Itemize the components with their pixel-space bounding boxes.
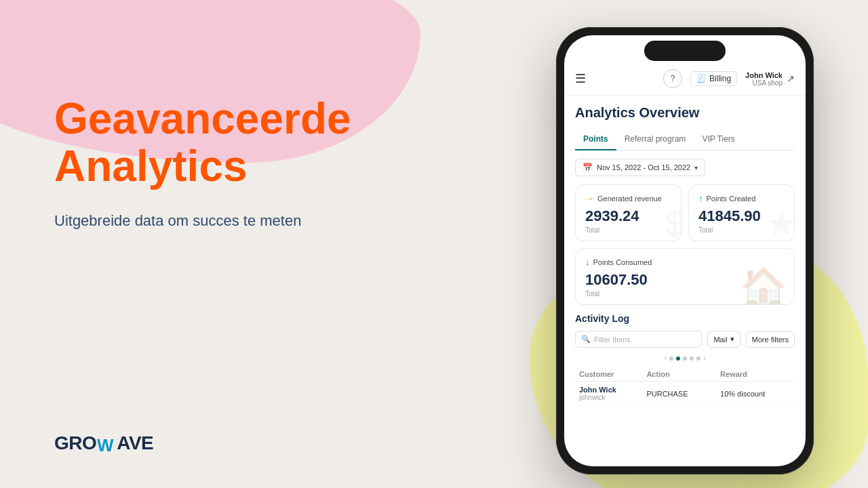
filter-mail-caret-icon: ▾: [730, 335, 734, 344]
metric-card-points-created: ↑ Points Created 41845.90 Total ★: [688, 184, 795, 241]
metric-bg-currency-icon: $: [665, 203, 682, 241]
pagination-dot-5[interactable]: [696, 357, 701, 361]
activity-log-title: Activity Log: [575, 313, 795, 324]
customer-name: John Wick: [579, 386, 638, 394]
pagination-next-icon[interactable]: ›: [703, 354, 705, 362]
metric-label-points-consumed: Points Consumed: [593, 258, 652, 266]
pagination-dot-4[interactable]: [690, 357, 694, 361]
table-header-row: Customer Action Reward: [575, 367, 795, 382]
analytics-tabs: Points Referral program VIP Tiers: [575, 129, 795, 150]
growave-logo: GRO W AVE: [54, 432, 380, 454]
left-content: Geavanceerde Analytics Uitgebreide data …: [54, 41, 380, 232]
phone-frame: ☰ ? 🧾 Billing John Wick USA shop ↗: [556, 27, 814, 474]
metric-header-revenue: → Generated revenue: [585, 193, 671, 203]
metric-total-revenue: Total: [585, 226, 671, 234]
phone-mockup: ☰ ? 🧾 Billing John Wick USA shop ↗: [556, 27, 814, 474]
metric-label-revenue: Generated revenue: [597, 195, 662, 203]
logo-suffix: AVE: [117, 432, 153, 454]
hamburger-icon[interactable]: ☰: [575, 71, 586, 86]
search-icon: 🔍: [581, 335, 591, 344]
arrow-up-icon: ↑: [698, 193, 703, 203]
date-range-picker[interactable]: 📅 Nov 15, 2022 - Oct 15, 2022 ▾: [575, 159, 705, 176]
tab-points[interactable]: Points: [575, 129, 616, 150]
logo-prefix: GRO: [54, 432, 96, 454]
pagination-dot-1[interactable]: [669, 357, 673, 361]
metric-card-points-consumed: ↓ Points Consumed 10607.50 Total 🏠: [575, 248, 795, 305]
table-cell-action: PURCHASE: [642, 382, 716, 406]
table-header-customer: Customer: [575, 367, 642, 382]
metric-value-revenue: 2939.24: [585, 207, 671, 225]
header-right: ? 🧾 Billing John Wick USA shop ↗: [663, 69, 795, 88]
analytics-title: Analytics Overview: [575, 105, 795, 121]
table-header-reward: Reward: [716, 367, 795, 382]
table-row: John Wick johnwick PURCHASE 10% discount: [575, 382, 795, 406]
main-title: Geavanceerde Analytics: [54, 95, 380, 190]
filter-mail-dropdown[interactable]: Mail ▾: [707, 331, 740, 348]
metric-bg-star-icon: ★: [766, 203, 795, 241]
phone-screen: ☰ ? 🧾 Billing John Wick USA shop ↗: [564, 35, 806, 466]
user-profile: John Wick USA shop ↗: [745, 71, 795, 87]
dropdown-caret-icon: ▾: [694, 164, 698, 171]
activity-filters: 🔍 Filter items Mail ▾ More filters: [575, 331, 795, 348]
metric-cards-row: → Generated revenue 2939.24 Total $ ↑ Po…: [575, 184, 795, 241]
arrow-right-icon: →: [585, 193, 594, 203]
billing-label: Billing: [709, 74, 731, 83]
metric-bg-gift-icon: 🏠: [740, 265, 787, 305]
filter-mail-label: Mail: [713, 336, 727, 344]
metric-label-points-created: Points Created: [707, 195, 756, 203]
billing-button[interactable]: 🧾 Billing: [690, 71, 737, 86]
subtitle: Uitgebreide data om succes te meten: [54, 211, 380, 232]
filter-more-label: More filters: [752, 336, 789, 344]
analytics-content: Analytics Overview Points Referral progr…: [564, 96, 806, 466]
table-cell-reward: 10% discount: [716, 382, 795, 406]
help-button[interactable]: ?: [663, 69, 682, 88]
user-name: John Wick: [745, 71, 783, 79]
date-range-text: Nov 15, 2022 - Oct 15, 2022: [597, 163, 690, 171]
billing-receipt-icon: 🧾: [696, 74, 707, 83]
left-panel: Geavanceerde Analytics Uitgebreide data …: [0, 0, 420, 488]
filter-search-input[interactable]: 🔍 Filter items: [575, 331, 702, 348]
metric-card-generated-revenue: → Generated revenue 2939.24 Total $: [575, 184, 682, 241]
customer-id: johnwick: [579, 394, 638, 401]
pagination-prev-icon[interactable]: ‹: [665, 354, 667, 362]
search-placeholder: Filter items: [594, 336, 631, 344]
logo-wave-letter: W: [96, 432, 117, 454]
external-link-icon[interactable]: ↗: [787, 73, 795, 84]
metric-header-points-created: ↑ Points Created: [698, 193, 785, 203]
filter-more-button[interactable]: More filters: [746, 331, 795, 348]
user-shop: USA shop: [745, 79, 783, 87]
pagination-dot-2[interactable]: [676, 357, 680, 361]
pagination-dot-3[interactable]: [683, 357, 687, 361]
activity-table: Customer Action Reward John Wick johnwic…: [575, 367, 795, 406]
tab-vip-tiers[interactable]: VIP Tiers: [694, 129, 743, 150]
arrow-down-icon: ↓: [585, 257, 590, 267]
svg-text:W: W: [97, 435, 114, 454]
calendar-icon: 📅: [583, 163, 593, 172]
table-cell-customer: John Wick johnwick: [575, 382, 642, 406]
user-info: John Wick USA shop: [745, 71, 783, 87]
pagination-dots: ‹ ›: [575, 354, 795, 362]
table-header-action: Action: [642, 367, 716, 382]
phone-notch: [644, 41, 726, 61]
tab-referral-program[interactable]: Referral program: [616, 129, 694, 150]
